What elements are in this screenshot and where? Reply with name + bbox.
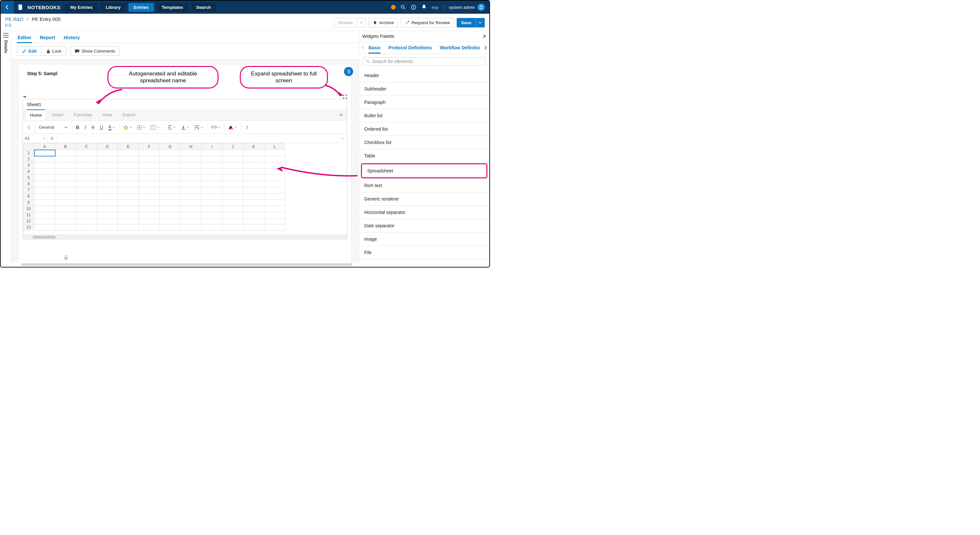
palette-item-table[interactable]: Table [359,149,489,162]
cell[interactable] [76,193,97,199]
cell[interactable] [34,218,55,225]
cell[interactable] [202,206,223,212]
col-header[interactable]: L [264,143,285,150]
cell[interactable] [264,212,285,218]
cell[interactable] [243,193,264,199]
cell[interactable] [118,169,139,175]
borders-button[interactable] [135,123,148,132]
cell[interactable] [97,206,118,212]
merge-button[interactable] [148,123,162,132]
cell[interactable] [76,156,97,162]
bell-icon[interactable] [421,4,427,10]
palette-search-input[interactable]: Search for elements [363,57,485,66]
nav-item-entries[interactable]: Entries [128,3,154,12]
cell[interactable] [181,162,202,169]
user-menu[interactable]: system admin [449,3,485,11]
lock-button[interactable]: Lock [42,46,67,56]
archive-button[interactable]: Archive [369,18,398,27]
cell[interactable] [243,181,264,187]
row-header[interactable]: 12 [23,218,34,225]
palette-tab-protocol[interactable]: Protocol Definitions [385,42,436,54]
cell[interactable] [264,199,285,206]
cell[interactable] [223,156,243,162]
cell[interactable] [118,156,139,162]
cell[interactable] [223,162,243,169]
row-header[interactable]: 5 [23,175,34,181]
ribbon-tab-home[interactable]: Home [27,110,45,120]
search-icon[interactable] [400,4,406,10]
ribbon-tab-insert[interactable]: Insert [49,110,67,120]
cell[interactable] [202,156,223,162]
cell[interactable] [55,162,76,169]
palette-item-horizontal-separator[interactable]: Horizontal separator [359,206,489,219]
cell[interactable] [118,206,139,212]
cell[interactable] [55,150,76,156]
cell[interactable] [181,150,202,156]
col-header[interactable]: G [160,143,181,150]
cell[interactable] [55,199,76,206]
row-header[interactable]: 3 [23,162,34,169]
cell[interactable] [55,206,76,212]
cell[interactable] [202,225,223,231]
row-header[interactable]: 9 [23,199,34,206]
cell[interactable] [264,225,285,231]
palette-item-file[interactable]: File [359,246,489,260]
cell[interactable] [139,193,160,199]
cell[interactable] [76,187,97,193]
cell[interactable] [97,162,118,169]
cell[interactable] [55,218,76,225]
cell[interactable] [118,193,139,199]
cell[interactable] [76,175,97,181]
show-comments-button[interactable]: Show Comments [70,46,119,56]
cell[interactable] [202,150,223,156]
palette-tab-basic[interactable]: Basic [364,42,385,54]
cell[interactable] [139,150,160,156]
cell[interactable] [97,156,118,162]
col-header[interactable]: H [181,143,202,150]
cell[interactable] [55,175,76,181]
h-align-button[interactable] [165,123,178,132]
cell[interactable] [223,212,243,218]
cell[interactable] [243,169,264,175]
ribbon-scroll-left[interactable] [25,123,33,132]
nav-item-search[interactable]: Search [191,3,216,12]
cell[interactable] [97,199,118,206]
cell[interactable] [202,212,223,218]
col-header[interactable]: K [243,143,264,150]
col-header[interactable]: E [118,143,139,150]
cell[interactable] [34,175,55,181]
toc-button[interactable] [344,67,353,76]
cell[interactable] [264,218,285,225]
cell[interactable] [76,199,97,206]
cell[interactable] [34,156,55,162]
clear-button[interactable] [226,123,240,132]
cell[interactable] [202,193,223,199]
cell[interactable] [160,181,181,187]
sheet-name-input[interactable]: Sheet1 [23,99,347,109]
save-dropdown[interactable] [476,18,485,27]
cell[interactable] [118,218,139,225]
cell[interactable] [181,199,202,206]
cell[interactable] [97,150,118,156]
cell[interactable] [55,169,76,175]
help-icon[interactable]: ? [410,4,417,10]
cell[interactable] [55,181,76,187]
cell[interactable] [97,212,118,218]
row-header[interactable]: 13 [23,225,34,231]
status-indicator-icon[interactable] [391,5,396,10]
cell[interactable] [223,206,243,212]
cell[interactable] [34,225,55,231]
cell[interactable] [181,175,202,181]
nav-item-my-entries[interactable]: My Entries [65,3,98,12]
tab-editor[interactable]: Editor [17,33,32,43]
cell[interactable] [76,206,97,212]
cell[interactable] [139,212,160,218]
cell[interactable] [55,187,76,193]
cell[interactable] [55,156,76,162]
select-all-cells[interactable] [23,143,34,150]
cell[interactable] [264,181,285,187]
cell[interactable] [34,187,55,193]
cell[interactable] [76,225,97,231]
save-button[interactable]: Save [457,18,476,27]
row-header[interactable]: 4 [23,169,34,175]
